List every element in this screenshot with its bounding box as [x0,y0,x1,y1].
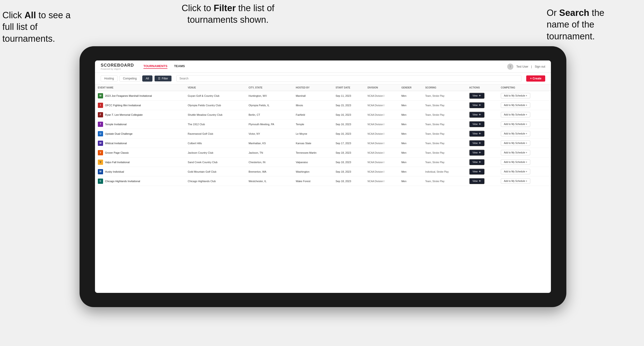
view-label-7: View [472,161,478,164]
hosted-by-cell-6: Tennessee-Martin [293,148,333,158]
start-date-cell-0: Sep 11, 2023 [333,91,365,101]
view-label-9: View [472,180,478,182]
scoring-cell-8: Individual, Stroke Play [422,167,466,176]
venue-cell-0: Guyan Golf & Country Club [185,91,246,101]
division-cell-1: NCAA Division I [365,101,398,110]
add-schedule-label-6: Add to My Schedule + [504,151,527,154]
add-schedule-label-4: Add to My Schedule + [504,132,527,135]
tab-hosting[interactable]: Hosting [101,75,118,82]
table-row: T Temple Invitational The 1912 Club Plym… [95,120,551,129]
tab-competing[interactable]: Competing [120,75,140,82]
add-schedule-button-0[interactable]: Add to My Schedule + [501,93,530,98]
gender-cell-2: Men [398,110,422,120]
view-label-3: View [472,123,478,126]
tablet-frame: SCOREBOARD Powered by clipp'd TOURNAMENT… [80,46,566,307]
tab-all[interactable]: All [142,75,152,82]
add-schedule-button-2[interactable]: Add to My Schedule + [501,112,530,117]
add-schedule-button-9[interactable]: Add to My Schedule + [501,178,530,184]
actions-cell-3: View 👁 [466,120,498,129]
event-name-cell-5: W Wildcat Invitational [95,139,185,148]
logo-sub: Powered by clipp'd [101,68,134,70]
view-button-0[interactable]: View 👁 [469,93,485,99]
actions-cell-4: View 👁 [466,129,498,139]
scoring-cell-7: Team, Stroke Play [422,158,466,167]
actions-cell-1: View 👁 [466,101,498,110]
event-title-2: Ryan T. Lee Memorial Collegiate [105,113,143,116]
competing-cell-3: Add to My Schedule + [498,120,551,129]
competing-cell-1: Add to My Schedule + [498,101,551,110]
view-button-4[interactable]: View 👁 [469,131,485,137]
annotation-topleft: Click All to see a full list of tourname… [2,9,76,45]
start-date-cell-9: Sep 18, 2023 [333,176,365,186]
team-logo-9: C [98,178,103,184]
event-title-7: Valpo Fall Invitational [105,161,130,164]
city-state-cell-4: Victor, NY [246,129,293,139]
city-state-cell-7: Chesterton, IN [246,158,293,167]
add-schedule-button-1[interactable]: Add to My Schedule + [501,102,530,108]
add-schedule-button-7[interactable]: Add to My Schedule + [501,159,530,165]
filter-button[interactable]: ☰ Filter [154,75,172,82]
nav-separator: | [531,65,532,68]
view-label-1: View [472,104,478,107]
hosted-by-cell-3: Temple [293,120,333,129]
city-state-cell-2: Berlin, CT [246,110,293,120]
add-schedule-label-2: Add to My Schedule + [504,113,527,116]
start-date-cell-6: Sep 18, 2023 [333,148,365,158]
competing-cell-7: Add to My Schedule + [498,158,551,167]
event-title-9: Chicago Highlands Invitational [105,180,140,182]
hosted-by-cell-9: Wake Forest [293,176,333,186]
event-name-cell-3: T Temple Invitational [95,120,185,129]
division-cell-6: NCAA Division I [365,148,398,158]
add-schedule-button-6[interactable]: Add to My Schedule + [501,150,530,155]
actions-cell-2: View 👁 [466,110,498,120]
event-name-cell-4: U Upstate Dual Challenge [95,129,185,139]
eye-icon-2: 👁 [479,113,481,116]
venue-cell-4: Ravenwood Golf Club [185,129,246,139]
view-button-9[interactable]: View 👁 [469,178,485,184]
table-row: F Ryan T. Lee Memorial Collegiate Shuttl… [95,110,551,120]
add-schedule-label-1: Add to My Schedule + [504,104,527,107]
nav-link-teams[interactable]: TEAMS [174,64,185,69]
city-state-cell-9: Westchester, IL [246,176,293,186]
city-state-cell-8: Bremerton, WA [246,167,293,176]
competing-cell-6: Add to My Schedule + [498,148,551,158]
col-division: DIVISION [365,84,398,91]
view-button-8[interactable]: View 👁 [469,169,485,174]
view-button-5[interactable]: View 👁 [469,140,485,146]
scoring-cell-4: Team, Stroke Play [422,129,466,139]
view-button-2[interactable]: View 👁 [469,112,485,118]
competing-cell-2: Add to My Schedule + [498,110,551,120]
signout-link[interactable]: Sign out [535,65,545,68]
nav-link-tournaments[interactable]: TOURNAMENTS [144,64,168,69]
create-button[interactable]: + Create [526,75,545,82]
view-button-3[interactable]: View 👁 [469,121,485,127]
table-row: W Husky Individual Gold Mountain Golf Cl… [95,167,551,176]
add-schedule-button-3[interactable]: Add to My Schedule + [501,121,530,127]
table-row: C Chicago Highlands Invitational Chicago… [95,176,551,186]
view-button-7[interactable]: View 👁 [469,159,485,165]
table-row: V Valpo Fall Invitational Sand Creek Cou… [95,158,551,167]
filter-icon: ☰ [158,77,160,80]
start-date-cell-4: Sep 16, 2023 [333,129,365,139]
hosted-by-cell-2: Fairfield [293,110,333,120]
view-button-6[interactable]: View 👁 [469,150,485,156]
division-cell-0: NCAA Division I [365,91,398,101]
venue-cell-1: Olympia Fields Country Club [185,101,246,110]
add-schedule-button-5[interactable]: Add to My Schedule + [501,140,530,146]
view-button-1[interactable]: View 👁 [469,102,485,108]
city-state-cell-5: Manhattan, KS [246,139,293,148]
team-logo-2: F [98,112,103,117]
hosted-by-cell-0: Marshall [293,91,333,101]
tournaments-table-container: EVENT NAME VENUE CITY, STATE HOSTED BY S… [95,84,551,293]
team-logo-8: W [98,169,103,174]
add-schedule-button-4[interactable]: Add to My Schedule + [501,131,530,136]
division-cell-4: NCAA Division I [365,129,398,139]
add-schedule-button-8[interactable]: Add to My Schedule + [501,169,530,174]
event-name-cell-0: M 2023 Joe Feaganes Marshall Invitationa… [95,91,185,101]
view-label-4: View [472,132,478,135]
hosted-by-cell-1: Illinois [293,101,333,110]
actions-cell-9: View 👁 [466,176,498,186]
col-gender: GENDER [398,84,422,91]
table-body: M 2023 Joe Feaganes Marshall Invitationa… [95,91,551,186]
search-input[interactable] [176,75,522,82]
